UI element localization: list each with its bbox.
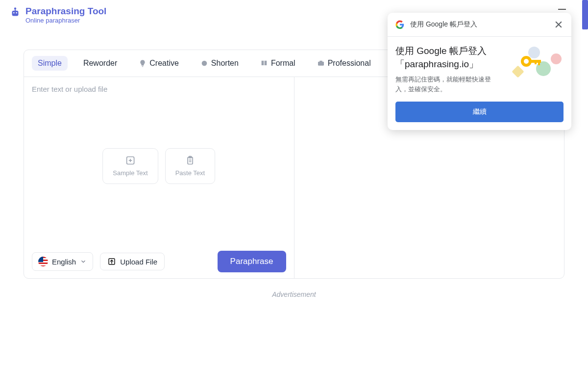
tab-professional[interactable]: Professional xyxy=(311,56,377,71)
google-signin-popup: 使用 Google 帳戶登入 使用 Google 帳戶登入「paraphrasi… xyxy=(388,13,571,130)
helper-label: Sample Text xyxy=(113,169,147,177)
logo-subtitle: Online paraphraser xyxy=(25,17,106,24)
advertisement-label: Advertisement xyxy=(0,290,588,298)
upload-label: Upload File xyxy=(120,258,157,266)
tab-shorten[interactable]: Shorten xyxy=(195,56,245,71)
tab-simple[interactable]: Simple xyxy=(32,56,68,71)
helper-label: Paste Text xyxy=(175,169,205,177)
input-toolbar: English Upload File Paraphrase xyxy=(24,245,294,278)
paste-text-button[interactable]: Paste Text xyxy=(165,148,215,184)
svg-point-20 xyxy=(524,59,529,64)
compress-icon xyxy=(200,59,208,67)
tab-label: Professional xyxy=(328,59,371,68)
tab-reworder[interactable]: Reworder xyxy=(77,56,123,71)
popup-title: 使用 Google 帳戶登入「paraphrasing.io」 xyxy=(395,45,499,71)
logo-title: Paraphrasing Tool xyxy=(25,6,106,17)
language-name: English xyxy=(52,258,76,266)
lightbulb-icon xyxy=(139,59,147,67)
upload-file-button[interactable]: Upload File xyxy=(100,253,165,270)
scrollbar-thumb[interactable] xyxy=(582,0,588,29)
svg-rect-23 xyxy=(535,60,537,64)
sample-text-button[interactable]: Sample Text xyxy=(102,148,158,184)
svg-point-0 xyxy=(14,7,16,9)
key-illustration xyxy=(505,45,564,81)
tab-label: Reworder xyxy=(83,59,117,68)
svg-rect-22 xyxy=(538,60,540,65)
tab-label: Shorten xyxy=(211,59,239,68)
popup-description: 無需再記住密碼，就能輕鬆快速登入，並確保安全。 xyxy=(395,75,499,94)
tab-creative[interactable]: Creative xyxy=(133,56,185,71)
tab-label: Formal xyxy=(271,59,295,68)
briefcase-icon xyxy=(317,59,325,67)
language-selector[interactable]: English xyxy=(32,252,93,271)
svg-rect-4 xyxy=(15,10,16,11)
tab-formal[interactable]: Formal xyxy=(254,56,301,71)
popup-header-text: 使用 Google 帳戶登入 xyxy=(410,20,477,29)
input-panel: Sample Text Paste Text English Up xyxy=(24,77,294,278)
tab-label: Simple xyxy=(38,59,62,68)
svg-rect-6 xyxy=(318,62,324,66)
close-icon[interactable] xyxy=(554,20,564,29)
chevron-down-icon xyxy=(80,258,87,265)
upload-icon xyxy=(107,257,116,266)
svg-rect-7 xyxy=(319,61,322,62)
svg-point-3 xyxy=(16,12,17,14)
svg-point-2 xyxy=(13,12,15,14)
google-logo-icon xyxy=(395,20,404,29)
continue-button[interactable]: 繼續 xyxy=(395,102,564,122)
flag-us-icon xyxy=(38,257,48,266)
svg-rect-1 xyxy=(12,11,19,16)
svg-point-5 xyxy=(202,61,207,66)
book-icon xyxy=(260,59,268,67)
paraphrase-button[interactable]: Paraphrase xyxy=(218,251,286,272)
tab-label: Creative xyxy=(149,59,179,68)
logo[interactable]: Paraphrasing Tool Online paraphraser xyxy=(9,6,106,24)
plus-square-icon xyxy=(125,156,135,165)
clipboard-icon xyxy=(185,156,195,165)
robot-icon xyxy=(9,6,22,19)
minimize-icon[interactable] xyxy=(558,9,566,10)
